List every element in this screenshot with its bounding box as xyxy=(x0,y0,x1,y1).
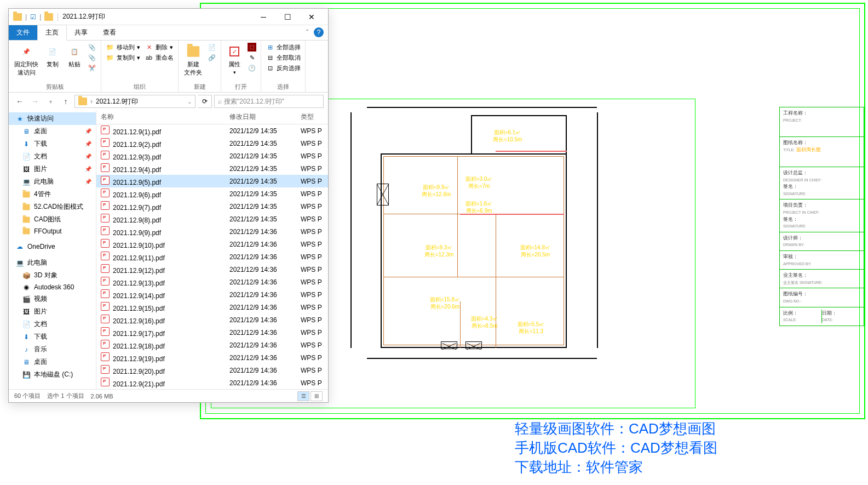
file-row[interactable]: 2021.12.9(11).pdf2021/12/9 14:36WPS P xyxy=(96,250,328,263)
file-row[interactable]: 2021.12.9(2).pdf2021/12/9 14:35WPS P xyxy=(96,137,328,150)
sidebar-quick-access[interactable]: ★快速访问 xyxy=(9,112,96,125)
pdf-icon xyxy=(101,201,110,210)
file-row[interactable]: 2021.12.9(16).pdf2021/12/9 14:36WPS P xyxy=(96,313,328,326)
sidebar-disk-c[interactable]: 💾本地磁盘 (C:) xyxy=(9,368,96,381)
properties-button[interactable]: ✓属性▾ xyxy=(226,43,243,76)
history-icon[interactable]: 🕐 xyxy=(248,64,256,72)
sidebar-documents[interactable]: 📄文档📌 xyxy=(9,150,96,163)
move-to-button[interactable]: 📁移动到 ▾ xyxy=(106,43,140,52)
file-row[interactable]: 2021.12.9(4).pdf2021/12/9 14:35WPS P xyxy=(96,162,328,175)
file-row[interactable]: 2021.12.9(7).pdf2021/12/9 14:35WPS P xyxy=(96,200,328,213)
navigation-pane[interactable]: ★快速访问 🖥桌面📌 ⬇下载📌 📄文档📌 🖼图片📌 💻此电脑📌 4管件 52.C… xyxy=(9,110,96,389)
file-row[interactable]: 2021.12.9(9).pdf2021/12/9 14:36WPS P xyxy=(96,225,328,238)
copy-path-icon[interactable]: 📎 xyxy=(88,43,96,52)
sidebar-folder[interactable]: FFOutput xyxy=(9,226,96,237)
rename-button[interactable]: ab重命名 xyxy=(145,53,174,62)
back-button[interactable]: ← xyxy=(13,95,26,108)
sidebar-downloads[interactable]: ⬇下载 xyxy=(9,330,96,343)
sidebar-pictures[interactable]: 🖼图片📌 xyxy=(9,163,96,175)
file-row[interactable]: 2021.12.9(13).pdf2021/12/9 14:36WPS P xyxy=(96,276,328,288)
pin-to-quick-button[interactable]: 📌固定到快 速访问 xyxy=(13,43,39,78)
sidebar-videos[interactable]: 🎬视频 xyxy=(9,293,96,305)
easy-access-icon[interactable]: 🔗 xyxy=(208,53,216,62)
sidebar-desktop[interactable]: 🖥桌面📌 xyxy=(9,125,96,138)
file-list[interactable]: 名称 修改日期 类型 2021.12.9(1).pdf2021/12/9 14:… xyxy=(96,110,328,389)
search-input[interactable]: ⌕ 搜索"2021.12.9打印" xyxy=(214,95,324,108)
file-row[interactable]: 2021.12.9(1).pdf2021/12/9 14:35WPS P xyxy=(96,124,328,137)
new-folder-button[interactable]: 新建 文件夹 xyxy=(183,43,203,78)
edit-icon[interactable]: ✎ xyxy=(248,53,256,62)
close-button[interactable]: ✕ xyxy=(300,9,324,25)
sidebar-onedrive[interactable]: ☁OneDrive xyxy=(9,241,96,252)
sidebar-folder[interactable]: 4管件 xyxy=(9,188,96,201)
recent-dropdown[interactable]: ▾ xyxy=(44,95,57,108)
select-none-button[interactable]: ⊟全部取消 xyxy=(266,53,301,62)
sidebar-autodesk[interactable]: ◉Autodesk 360 xyxy=(9,282,96,293)
tb-title: 图纸名称： xyxy=(783,140,808,145)
file-row[interactable]: 2021.12.9(15).pdf2021/12/9 14:36WPS P xyxy=(96,301,328,313)
file-row[interactable]: 2021.12.9(20).pdf2021/12/9 14:36WPS P xyxy=(96,364,328,376)
qat-checkbox-icon[interactable]: ☑ xyxy=(30,13,36,21)
selection-count: 选中 1 个项目 xyxy=(47,392,84,400)
file-row[interactable]: 2021.12.9(19).pdf2021/12/9 14:36WPS P xyxy=(96,351,328,364)
icons-view-button[interactable]: ⊞ xyxy=(311,391,323,401)
window-1 xyxy=(441,341,457,349)
details-view-button[interactable]: ☰ xyxy=(297,391,309,401)
col-date[interactable]: 修改日期 xyxy=(229,112,301,122)
file-row[interactable]: 2021.12.9(6).pdf2021/12/9 14:35WPS P xyxy=(96,187,328,200)
file-row[interactable]: 2021.12.9(3).pdf2021/12/9 14:35WPS P xyxy=(96,150,328,162)
file-row[interactable]: 2021.12.9(12).pdf2021/12/9 14:36WPS P xyxy=(96,263,328,276)
select-all-button[interactable]: ⊞全部选择 xyxy=(266,43,301,52)
tab-share[interactable]: 共享 xyxy=(67,25,95,40)
titlebar[interactable]: | ☑ | 2021.12.9打印 ─ ☐ ✕ xyxy=(9,9,328,25)
copy-to-button[interactable]: 📁复制到 ▾ xyxy=(106,53,140,62)
delete-button[interactable]: ✕删除 ▾ xyxy=(145,43,174,52)
open-icon[interactable]: ⬚ xyxy=(248,43,256,52)
minimize-button[interactable]: ─ xyxy=(251,9,275,25)
sidebar-pictures[interactable]: 🖼图片 xyxy=(9,305,96,318)
paste-button[interactable]: 📋粘贴 xyxy=(66,43,83,70)
room-label: 面积≈14.8㎡周长≈20.5m xyxy=(520,244,550,258)
file-row[interactable]: 2021.12.9(10).pdf2021/12/9 14:36WPS P xyxy=(96,238,328,250)
file-row[interactable]: 2021.12.9(8).pdf2021/12/9 14:35WPS P xyxy=(96,213,328,225)
group-open: 打开 xyxy=(226,83,256,91)
file-row[interactable]: 2021.12.9(17).pdf2021/12/9 14:36WPS P xyxy=(96,326,328,339)
pdf-icon xyxy=(101,163,110,172)
maximize-button[interactable]: ☐ xyxy=(275,9,300,25)
sidebar-folder[interactable]: 52.CAD绘图模式 xyxy=(9,201,96,213)
forward-button[interactable]: → xyxy=(28,95,42,108)
tab-view[interactable]: 查看 xyxy=(95,25,124,40)
address-input[interactable]: › 2021.12.9打印 ⌄ xyxy=(74,95,196,108)
copy-button[interactable]: 📄复制 xyxy=(44,43,61,70)
help-button[interactable]: ? xyxy=(314,27,324,37)
file-row[interactable]: 2021.12.9(5).pdf2021/12/9 14:35WPS P xyxy=(96,175,328,187)
up-button[interactable]: ↑ xyxy=(59,95,72,108)
col-name[interactable]: 名称 xyxy=(101,112,229,122)
sidebar-desktop[interactable]: 🖥桌面 xyxy=(9,356,96,368)
file-row[interactable]: 2021.12.9(18).pdf2021/12/9 14:36WPS P xyxy=(96,339,328,351)
tab-home[interactable]: 主页 xyxy=(37,25,67,41)
col-type[interactable]: 类型 xyxy=(301,112,324,122)
sidebar-3d-objects[interactable]: 📦3D 对象 xyxy=(9,269,96,282)
sidebar-music[interactable]: ♪音乐 xyxy=(9,343,96,356)
column-headers[interactable]: 名称 修改日期 类型 xyxy=(96,110,328,124)
dim-right xyxy=(597,112,598,348)
refresh-button[interactable]: ⟳ xyxy=(198,95,212,108)
sidebar-thispc[interactable]: 💻此电脑📌 xyxy=(9,175,96,188)
sidebar-folder[interactable]: CAD图纸 xyxy=(9,213,96,226)
sidebar-documents[interactable]: 📄文档 xyxy=(9,318,96,330)
tab-file[interactable]: 文件 xyxy=(9,25,37,40)
address-bar: ← → ▾ ↑ › 2021.12.9打印 ⌄ ⟳ ⌕ 搜索"2021.12.9… xyxy=(9,93,328,110)
sidebar-this-pc[interactable]: 💻此电脑 xyxy=(9,256,96,269)
pdf-icon xyxy=(101,226,110,235)
new-item-icon[interactable]: 📄 xyxy=(208,43,216,52)
file-row[interactable]: 2021.12.9(21).pdf2021/12/9 14:36WPS P xyxy=(96,376,328,389)
invert-selection-button[interactable]: ⊡反向选择 xyxy=(266,64,301,72)
sidebar-downloads[interactable]: ⬇下载📌 xyxy=(9,138,96,150)
cut-icon[interactable]: ✂️ xyxy=(88,64,96,72)
pdf-icon xyxy=(101,138,110,147)
file-row[interactable]: 2021.12.9(14).pdf2021/12/9 14:36WPS P xyxy=(96,288,328,301)
pdf-icon xyxy=(101,189,110,197)
paste-shortcut-icon[interactable]: 📎 xyxy=(88,53,96,62)
collapse-ribbon-icon[interactable]: ⌃ xyxy=(305,28,309,35)
